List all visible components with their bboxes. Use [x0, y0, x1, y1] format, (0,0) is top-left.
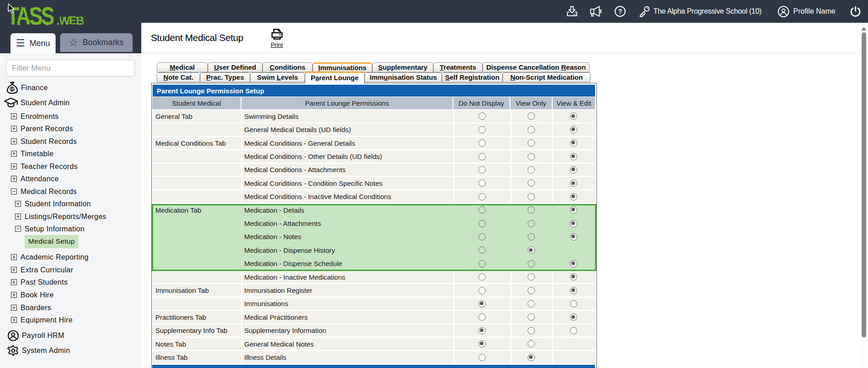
- svg-text:.WEB: .WEB: [56, 14, 84, 26]
- svg-text:?: ?: [618, 8, 622, 15]
- svg-text:$: $: [11, 87, 14, 92]
